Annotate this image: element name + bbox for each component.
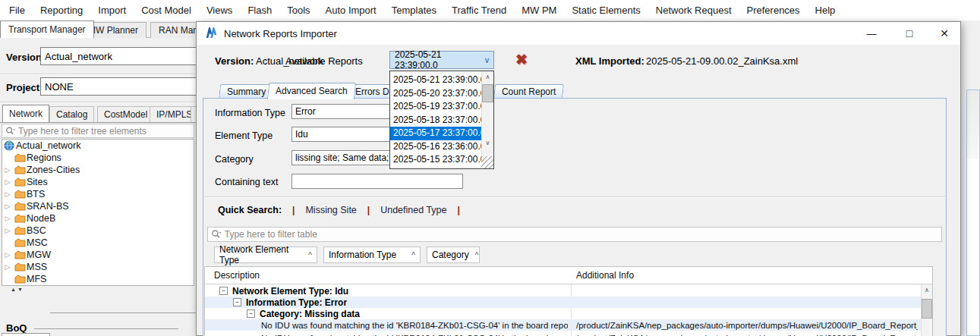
scroll-up-icon[interactable]: ∧ [922,284,932,296]
tab-catalog[interactable]: Catalog [49,106,94,122]
quick-link-missing-site[interactable]: Missing Site [305,205,356,215]
error-additional-info: /product/ZainKSA/nep_packages/auto-impor… [576,334,918,336]
tab-count-report[interactable]: Count Report [493,84,564,99]
menu-help[interactable]: Help [808,5,843,16]
collapse-icon[interactable]: − [233,298,241,306]
tree-item-bts[interactable]: ▷ BTS [2,188,194,200]
splitter-handle[interactable]: ▲▼ [11,287,24,292]
menu-views[interactable]: Views [199,5,240,16]
group-row-label: Category: Missing data [260,309,360,319]
collapse-icon[interactable]: − [247,309,255,318]
sort-asc-icon[interactable]: ^ [475,251,479,259]
tree-item-nodeb[interactable]: ▷ NodeB [2,212,194,225]
project-input[interactable] [40,77,200,96]
tree-item-mss[interactable]: ▷ MSS [2,261,194,273]
tree-item-mfs[interactable]: MFS [2,273,194,285]
expander-icon[interactable]: ▷ [2,164,13,176]
table-row-error-clipped[interactable]: No IDU was found matching the id 'KBR018… [205,332,922,336]
tree-item-sites[interactable]: ▷ Sites [2,176,194,188]
tree-item-label: BTS [27,189,45,199]
tree-item-sran-bs[interactable]: ▷ SRAN-BS [2,200,194,212]
dropdown-option[interactable]: 2025-05-16 23:36:00.0 [390,140,481,154]
containing-text-input[interactable] [291,174,463,189]
scrollbar-thumb[interactable] [922,299,932,319]
tree-item-regions[interactable]: Regions [2,152,194,164]
table-row-error[interactable]: No IDU was found matching the id 'KBR018… [205,319,922,331]
close-button[interactable]: ✕ [927,22,962,45]
table-row-group-information-type[interactable]: − Information Type: Error [205,297,922,308]
group-chip-information-type[interactable]: Information Type ^ [323,247,421,263]
dropdown-option-selected[interactable]: 2025-05-17 23:37:00.0 [390,127,481,140]
tree-filter-input[interactable] [18,126,191,137]
menu-reporting[interactable]: Reporting [33,5,90,16]
sort-asc-icon[interactable]: ^ [308,251,312,259]
column-additional-info[interactable]: Additional Info [576,270,634,281]
tab-network[interactable]: Network [2,105,49,122]
dropdown-option[interactable]: 2025-05-20 23:37:00.0 [390,87,481,101]
expander-icon[interactable]: ▷ [2,261,13,273]
expander-icon[interactable]: ▷ [2,200,13,212]
divider [34,328,178,329]
dropdown-option[interactable]: 2025-05-19 23:37:00.0 [390,100,481,114]
sort-asc-icon[interactable]: ^ [411,251,415,259]
table-row-group-element-type[interactable]: − Network Element Type: Idu [205,285,922,297]
scroll-up-icon[interactable]: ∧ [482,71,493,83]
combobox-value: 2025-05-21 23:39:00.0 [395,49,481,71]
dialog-title-bar[interactable]: Network Reports Importer — □ ✕ [197,22,960,45]
available-reports-combobox[interactable]: 2025-05-21 23:39:00.0 ∨ [389,51,494,69]
tab-advanced-search[interactable]: Advanced Search [267,83,356,99]
group-chip-category[interactable]: Category ^ [427,247,480,263]
tree-item-bsc[interactable]: ▷ BSC [2,225,194,237]
group-chip-network-element-type[interactable]: Network Element Type ^ [214,247,317,263]
chevron-down-icon[interactable]: ∨ [481,55,493,65]
menu-cost-model[interactable]: Cost Model [134,5,199,16]
quick-search-bar: Quick Search: | Missing Site | Undefined… [218,205,460,215]
menu-file[interactable]: File [2,5,33,16]
right-panel-block [967,90,979,159]
column-description[interactable]: Description [214,270,260,281]
expander-icon[interactable]: ▷ [2,225,13,237]
collapse-icon[interactable]: − [219,287,228,295]
folder-icon [13,262,27,272]
menu-tools[interactable]: Tools [279,5,317,16]
tree-item-mgw[interactable]: ▷ MGW [2,249,194,261]
expander-icon[interactable]: ▷ [2,249,13,261]
menu-auto-import[interactable]: Auto Import [318,5,384,16]
maximize-button[interactable]: □ [892,22,927,45]
dropdown-option[interactable]: 2025-05-15 23:37:00.0 [390,153,481,167]
divider [0,102,196,103]
menu-static-elements[interactable]: Static Elements [564,5,648,16]
scrollbar-thumb[interactable] [482,84,493,102]
quick-link-undefined-type[interactable]: Undefined Type [380,205,446,215]
expander-icon[interactable]: ▷ [2,212,13,225]
menu-flash[interactable]: Flash [240,5,279,16]
menu-templates[interactable]: Templates [384,5,444,16]
version-input[interactable] [40,47,200,65]
tab-summary[interactable]: Summary [219,84,274,99]
dropdown-scrollbar[interactable]: ∧ ∨ [481,71,493,157]
menu-preferences[interactable]: Preferences [739,5,808,16]
table-filter-input[interactable] [225,229,938,240]
table-scrollbar[interactable]: ∧ [921,284,932,336]
menu-traffic-trend[interactable]: Traffic Trend [444,5,514,16]
tree-item-msc[interactable]: MSC [2,237,194,249]
menu-import[interactable]: Import [90,5,134,16]
tree-root[interactable]: Actual_network [2,140,194,152]
expander-icon[interactable]: ▷ [2,176,13,188]
dropdown-option[interactable]: 2025-05-18 23:37:00.0 [390,114,481,127]
menu-mw-pm[interactable]: MW PM [514,5,564,16]
tab-boq[interactable]: ✕ BoQ [2,333,50,336]
minimize-button[interactable]: — [854,22,889,45]
group-chip-label: Category [432,250,469,260]
tab-transport-manager[interactable]: Transport Manager [0,20,94,38]
tab-costmodel[interactable]: CostModel [97,106,154,122]
tree-item-zones-cities[interactable]: ▷ Zones-Cities [2,164,194,176]
menu-network-request[interactable]: Network Request [648,5,739,16]
scroll-down-icon[interactable]: ∨ [482,137,493,149]
delete-report-button[interactable]: ✖ [515,52,528,67]
expander-icon[interactable]: ▷ [2,188,13,200]
dropdown-option[interactable]: 2025-05-21 23:39:00.0 [390,74,481,87]
app-wave-icon [205,27,218,39]
table-row-group-category[interactable]: − Category: Missing data [205,308,922,319]
resize-grip[interactable] [481,156,493,168]
